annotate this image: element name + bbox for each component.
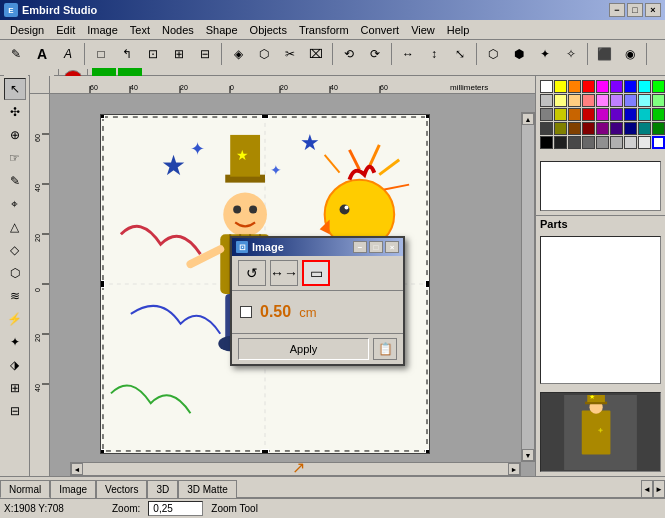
color-indigo[interactable] — [610, 122, 623, 135]
tool-select[interactable]: ↖ — [4, 78, 26, 100]
dialog-resize-btn[interactable]: ↔→ — [270, 260, 298, 286]
tb-shape2[interactable]: ⬡ — [252, 42, 276, 66]
color-lt-orange[interactable] — [568, 94, 581, 107]
tb-save[interactable]: ⊡ — [141, 42, 165, 66]
scroll-left-btn[interactable]: ◄ — [71, 463, 83, 475]
color-maroon[interactable] — [582, 122, 595, 135]
menu-edit[interactable]: Edit — [50, 22, 81, 38]
tool-shape[interactable]: △ — [4, 216, 26, 238]
tool-plus[interactable]: ⊞ — [4, 377, 26, 399]
color-white[interactable] — [540, 80, 553, 93]
color-olive[interactable] — [554, 122, 567, 135]
color-lt-red[interactable] — [582, 94, 595, 107]
color-purple[interactable] — [610, 80, 623, 93]
tab-3d-matte[interactable]: 3D Matte — [178, 480, 237, 498]
tb-hex2[interactable]: ⬢ — [507, 42, 531, 66]
tool-star[interactable]: ✦ — [4, 331, 26, 353]
color-dk-red[interactable] — [582, 108, 595, 121]
tab-scroll-right[interactable]: ► — [653, 480, 665, 498]
color-brown[interactable] — [568, 122, 581, 135]
scroll-down-btn[interactable]: ▼ — [522, 449, 534, 461]
color-dk-magenta2[interactable] — [596, 122, 609, 135]
tool-poly[interactable]: ◇ — [4, 239, 26, 261]
tool-lightning[interactable]: ⚡ — [4, 308, 26, 330]
color-vdk-gray[interactable] — [568, 136, 581, 149]
color-lt-green[interactable] — [652, 94, 665, 107]
menu-shape[interactable]: Shape — [200, 22, 244, 38]
menu-design[interactable]: Design — [4, 22, 50, 38]
color-dk-gray2[interactable] — [582, 136, 595, 149]
tb-cut[interactable]: ✂ — [278, 42, 302, 66]
size-checkbox[interactable] — [240, 306, 252, 318]
dialog-max-btn[interactable]: □ — [369, 241, 383, 253]
scroll-v-track[interactable] — [522, 125, 534, 449]
sel-handle-tr[interactable] — [425, 114, 430, 119]
tab-normal[interactable]: Normal — [0, 480, 50, 498]
color-magenta[interactable] — [596, 80, 609, 93]
color-dk-cyan[interactable] — [638, 108, 651, 121]
color-yellow[interactable] — [554, 80, 567, 93]
color-blue[interactable] — [624, 80, 637, 93]
dialog-crop-btn[interactable]: ▭ — [302, 260, 330, 286]
tb-text2[interactable]: A — [56, 42, 80, 66]
menu-convert[interactable]: Convert — [355, 22, 406, 38]
menu-text[interactable]: Text — [124, 22, 156, 38]
color-navy[interactable] — [624, 122, 637, 135]
color-gray[interactable] — [540, 108, 553, 121]
color-dk-green2[interactable] — [652, 122, 665, 135]
color-dk-green[interactable] — [652, 108, 665, 121]
menu-nodes[interactable]: Nodes — [156, 22, 200, 38]
tb-rect[interactable]: ⬛ — [592, 42, 616, 66]
color-black[interactable] — [540, 136, 553, 149]
tool-fill[interactable]: ≋ — [4, 285, 26, 307]
sel-handle-mr[interactable] — [425, 280, 430, 288]
color-lt-cyan[interactable] — [638, 94, 651, 107]
color-dk-orange[interactable] — [568, 108, 581, 121]
tool-draw[interactable]: ✎ — [4, 170, 26, 192]
color-dk-gray[interactable] — [540, 122, 553, 135]
color-lt-gray[interactable] — [610, 136, 623, 149]
tb-mirror-v[interactable]: ↕ — [422, 42, 446, 66]
maximize-button[interactable]: □ — [627, 3, 643, 17]
close-button[interactable]: × — [645, 3, 661, 17]
color-orange[interactable] — [568, 80, 581, 93]
tb-star1[interactable]: ✦ — [533, 42, 557, 66]
tb-grid[interactable]: ⊞ — [167, 42, 191, 66]
minimize-button[interactable]: − — [609, 3, 625, 17]
tb-undo[interactable]: ⟲ — [337, 42, 361, 66]
tb-star2[interactable]: ✧ — [559, 42, 583, 66]
tool-hex[interactable]: ⬡ — [4, 262, 26, 284]
color-dk-magenta[interactable] — [596, 108, 609, 121]
tool-minus[interactable]: ⊟ — [4, 400, 26, 422]
color-teal[interactable] — [638, 122, 651, 135]
tb-redo[interactable]: ⟳ — [363, 42, 387, 66]
tool-pan[interactable]: ☞ — [4, 147, 26, 169]
dialog-clipboard-btn[interactable]: 📋 — [373, 338, 397, 360]
color-near-white[interactable] — [638, 136, 651, 149]
menu-transform[interactable]: Transform — [293, 22, 355, 38]
tb-select[interactable]: ✎ — [4, 42, 28, 66]
tb-clear[interactable]: ⌧ — [304, 42, 328, 66]
zoom-field[interactable]: 0,25 — [148, 501, 203, 516]
canvas-area[interactable]: 60 40 20 0 20 40 60 millimeters 60 — [30, 76, 535, 476]
sel-handle-tm[interactable] — [261, 114, 269, 119]
menu-help[interactable]: Help — [441, 22, 476, 38]
tb-text1[interactable]: A — [30, 42, 54, 66]
color-lt-blue[interactable] — [624, 94, 637, 107]
tb-mirror-h[interactable]: ↔ — [396, 42, 420, 66]
tool-node[interactable]: ⌖ — [4, 193, 26, 215]
tab-3d[interactable]: 3D — [147, 480, 178, 498]
scroll-up-btn[interactable]: ▲ — [522, 113, 534, 125]
sel-handle-br[interactable] — [425, 449, 430, 454]
scrollbar-horizontal[interactable]: ◄ ► — [70, 462, 521, 476]
tool-diamond[interactable]: ⬗ — [4, 354, 26, 376]
tab-scroll-left[interactable]: ◄ — [641, 480, 653, 498]
sel-handle-bm[interactable] — [261, 449, 269, 454]
tab-vectors[interactable]: Vectors — [96, 480, 147, 498]
color-silver[interactable] — [540, 94, 553, 107]
tb-open[interactable]: ↰ — [115, 42, 139, 66]
dialog-close-btn[interactable]: × — [385, 241, 399, 253]
tb-remove[interactable]: ⊟ — [193, 42, 217, 66]
color-red[interactable] — [582, 80, 595, 93]
color-lt-magenta[interactable] — [596, 94, 609, 107]
